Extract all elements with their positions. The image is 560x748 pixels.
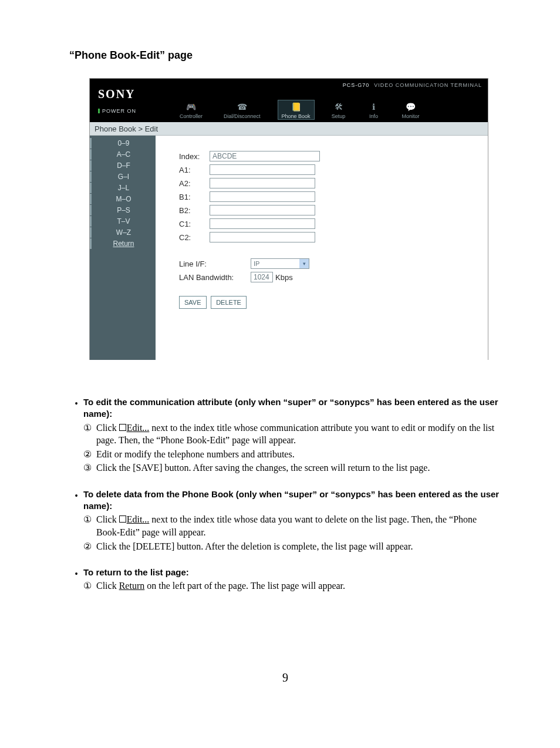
- lanbw-unit: Kbps: [275, 273, 293, 282]
- nav-label: Monitor: [402, 113, 420, 119]
- page-number: 9: [69, 671, 501, 685]
- nav-monitor[interactable]: 💬 Monitor: [398, 100, 424, 120]
- c1-label: C1:: [179, 220, 210, 228]
- lanbw-input[interactable]: [251, 272, 273, 282]
- bullet-icon: •: [69, 396, 83, 483]
- delete-button[interactable]: DELETE: [211, 296, 247, 309]
- bullet-icon: •: [69, 488, 83, 561]
- form-panel: Index: A1: A2: B1: B2:: [156, 136, 488, 360]
- nav-phonebook[interactable]: 📒 Phone Book: [278, 100, 315, 120]
- sidebar-item-m-o[interactable]: M–O: [90, 194, 156, 204]
- instruction-heading-edit: To edit the communication attribute (onl…: [83, 396, 501, 420]
- circled-1-icon: ①: [83, 579, 96, 592]
- a2-label: A2:: [179, 179, 210, 188]
- index-input[interactable]: [210, 151, 320, 161]
- nav-row: 🎮 Controller ☎ Dial/Disconnect 📒 Phone B…: [165, 92, 488, 122]
- screenshot-header: SONY POWER ON PCS-G70 VIDEO COMMUNICATIO…: [90, 79, 488, 122]
- circled-3-icon: ③: [83, 461, 96, 474]
- nav-label: Setup: [332, 113, 346, 119]
- edit-link: Edit...: [127, 514, 150, 524]
- controller-icon: 🎮: [184, 102, 198, 112]
- nav-dial[interactable]: ☎ Dial/Disconnect: [220, 100, 265, 120]
- nav-controller[interactable]: 🎮 Controller: [176, 100, 207, 120]
- b1-label: B1:: [179, 193, 210, 201]
- save-button[interactable]: SAVE: [179, 296, 207, 309]
- phonebook-edit-screenshot: SONY POWER ON PCS-G70 VIDEO COMMUNICATIO…: [89, 78, 488, 360]
- sidebar-item-t-v[interactable]: T–V: [90, 216, 156, 227]
- instruction-step: Click Edit... next to the index title wh…: [96, 513, 501, 538]
- power-indicator: POWER ON: [98, 108, 165, 114]
- sidebar-item-g-i[interactable]: G–I: [90, 171, 156, 182]
- index-label: Index:: [179, 152, 210, 161]
- sidebar-item-a-c[interactable]: A–C: [90, 149, 156, 160]
- model-label: PCS-G70: [343, 82, 370, 88]
- circled-2-icon: ②: [83, 540, 96, 553]
- sidebar-item-j-l[interactable]: J–L: [90, 183, 156, 193]
- circled-2-icon: ②: [83, 448, 96, 461]
- circled-1-icon: ①: [83, 513, 96, 538]
- lanbw-label: LAN Bandwidth:: [179, 273, 251, 282]
- edit-box-icon: [119, 424, 126, 431]
- monitor-icon: 💬: [404, 102, 418, 112]
- a1-label: A1:: [179, 166, 210, 174]
- sidebar-item-0-9[interactable]: 0–9: [90, 138, 156, 149]
- b2-label: B2:: [179, 206, 210, 215]
- sidebar-return[interactable]: Return: [90, 238, 156, 249]
- edit-link: Edit...: [127, 423, 150, 433]
- instruction-step: Click Edit... next to the index title wh…: [96, 422, 501, 447]
- c2-input[interactable]: [210, 232, 315, 242]
- lineif-label: Line I/F:: [179, 260, 251, 268]
- phone-icon: ☎: [235, 102, 249, 112]
- b1-input[interactable]: [210, 191, 315, 202]
- sidebar-item-w-z[interactable]: W–Z: [90, 227, 156, 238]
- tagline: VIDEO COMMUNICATION TERMINAL: [374, 82, 482, 88]
- nav-label: Info: [369, 113, 378, 119]
- breadcrumb: Phone Book > Edit: [90, 122, 488, 136]
- instructions: • To edit the communication attribute (o…: [69, 396, 501, 601]
- nav-setup[interactable]: 🛠 Setup: [328, 100, 350, 120]
- sidebar-item-d-f[interactable]: D–F: [90, 160, 156, 171]
- bullet-icon: •: [69, 567, 83, 601]
- sidebar-item-p-s[interactable]: P–S: [90, 205, 156, 215]
- a1-input[interactable]: [210, 164, 315, 175]
- info-icon: ℹ: [367, 102, 381, 112]
- instruction-step: Click Return on the left part of the pag…: [96, 579, 345, 592]
- brand-logo: SONY: [98, 87, 165, 101]
- instruction-heading-return: To return to the list page:: [83, 567, 501, 578]
- instruction-heading-delete: To delete data from the Phone Book (only…: [83, 488, 501, 513]
- nav-info[interactable]: ℹ Info: [363, 100, 385, 120]
- page-title: “Phone Book-Edit” page: [69, 49, 501, 62]
- nav-label: Dial/Disconnect: [224, 113, 261, 119]
- circled-1-icon: ①: [83, 422, 96, 447]
- c1-input[interactable]: [210, 218, 315, 229]
- instruction-step: Edit or modify the telephone numbers and…: [96, 448, 295, 461]
- book-icon: 📒: [289, 102, 303, 112]
- c2-label: C2:: [179, 233, 210, 242]
- return-link: Return: [119, 581, 145, 591]
- nav-label: Controller: [180, 113, 203, 119]
- chevron-down-icon: ▾: [299, 259, 309, 268]
- instruction-step: Click the [SAVE] button. After saving th…: [96, 461, 430, 474]
- instruction-step: Click the [DELETE] button. After the del…: [96, 540, 413, 553]
- setup-icon: 🛠: [332, 102, 346, 112]
- sidebar: 0–9 A–C D–F G–I J–L M–O P–S T–V W–Z Retu…: [90, 136, 156, 360]
- b2-input[interactable]: [210, 205, 315, 215]
- lineif-value: IP: [254, 260, 259, 267]
- a2-input[interactable]: [210, 178, 315, 188]
- lineif-select[interactable]: IP ▾: [251, 258, 309, 269]
- edit-box-icon: [119, 515, 126, 523]
- nav-label: Phone Book: [282, 113, 311, 119]
